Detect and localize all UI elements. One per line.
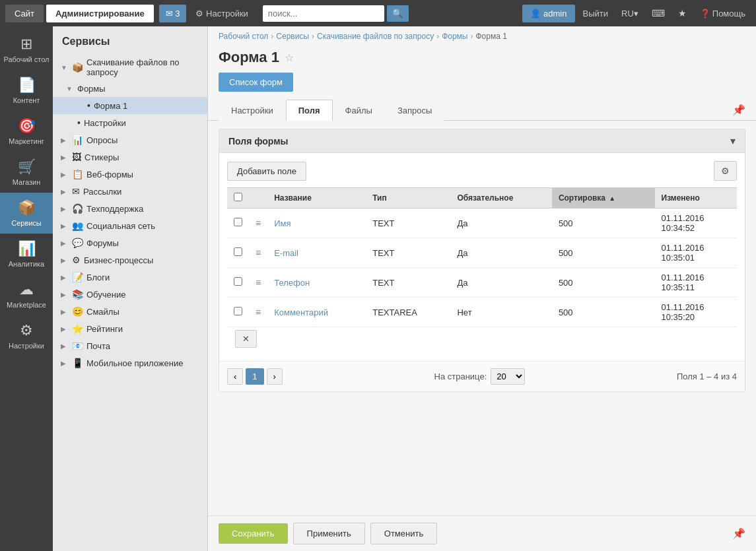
- col-header-sort[interactable]: Сортировка ▲: [552, 188, 655, 209]
- sidebar-item-content[interactable]: 📄 Контент: [0, 70, 53, 111]
- field-name-link[interactable]: E-mail: [274, 248, 298, 258]
- fields-table: Название Тип Обязательное Сортировка ▲ И…: [227, 187, 737, 327]
- apply-button[interactable]: Применить: [293, 523, 365, 544]
- user-menu-button[interactable]: 👤 admin: [522, 5, 574, 22]
- cancel-button[interactable]: Отменить: [370, 523, 437, 544]
- field-type: TEXT: [366, 268, 450, 298]
- tree-item-surveys[interactable]: ▶ 📊 Опросы: [53, 131, 207, 148]
- field-name-link[interactable]: Комментарий: [274, 308, 328, 317]
- breadcrumb-item[interactable]: Формы: [442, 32, 467, 41]
- logout-button[interactable]: Выйти: [578, 5, 614, 22]
- tree-item-label: Блоги: [86, 273, 202, 282]
- site-button[interactable]: Сайт: [5, 5, 44, 22]
- row-checkbox[interactable]: [234, 307, 242, 315]
- sidebar-item-marketing[interactable]: 🎯 Маркетинг: [0, 111, 53, 152]
- row-checkbox[interactable]: [234, 277, 242, 286]
- breadcrumb-separator: ›: [436, 32, 439, 41]
- tab-pin-icon[interactable]: 📌: [732, 104, 745, 116]
- form-icon: •: [87, 100, 90, 111]
- tree-item-download-files[interactable]: ▼ 📦 Скачивание файлов по запросу: [53, 54, 207, 81]
- per-page-select[interactable]: 20 50 100: [491, 368, 525, 385]
- sidebar-item-services[interactable]: 📦 Сервисы: [0, 193, 53, 234]
- sidebar-item-shop[interactable]: 🛒 Магазин: [0, 152, 53, 193]
- sidebar-item-dashboard[interactable]: ⊞ Рабочий стол: [0, 29, 53, 70]
- bottom-pin-icon[interactable]: 📌: [732, 527, 745, 540]
- tree-item-form-1[interactable]: • Форма 1: [53, 97, 207, 114]
- arrow-icon: ▶: [61, 360, 69, 367]
- tree-item-newsletters[interactable]: ▶ ✉ Рассылки: [53, 183, 207, 200]
- tree-item-label: Почта: [86, 341, 202, 351]
- pagination-page-1-button[interactable]: 1: [246, 368, 263, 385]
- breadcrumb-item[interactable]: Рабочий стол: [219, 32, 268, 41]
- tree-item-smileys[interactable]: ▶ 😊 Смайлы: [53, 303, 207, 320]
- list-forms-button[interactable]: Список форм: [219, 73, 293, 92]
- tree-item-settings[interactable]: • Настройки: [53, 114, 207, 131]
- tree-item-label: Стикеры: [85, 152, 202, 162]
- smileys-icon: 😊: [72, 306, 83, 317]
- sidebar-item-settings[interactable]: ⚙ Настройки: [0, 315, 53, 356]
- col-header-changed[interactable]: Изменено: [655, 188, 738, 209]
- tree-item-social[interactable]: ▶ 👥 Социальная сеть: [53, 217, 207, 234]
- messages-button[interactable]: ✉ 3: [159, 5, 187, 22]
- fields-section: Поля формы ▾ Добавить поле ⚙ На: [219, 129, 745, 392]
- pagination-next-button[interactable]: ›: [267, 368, 283, 385]
- tree-item-mail[interactable]: ▶ 📧 Почта: [53, 337, 207, 354]
- tree-item-mobile-app[interactable]: ▶ 📱 Мобильное приложение: [53, 354, 207, 372]
- field-type: TEXT: [366, 238, 450, 268]
- sort-arrow-icon: ▲: [609, 195, 615, 202]
- tab-settings[interactable]: Настройки: [219, 100, 286, 121]
- sidebar-item-label: Сервисы: [11, 219, 42, 227]
- keyboard-icon[interactable]: ⌨: [646, 4, 670, 22]
- col-header-type[interactable]: Тип: [366, 188, 450, 209]
- drag-handle-icon[interactable]: ≡: [256, 277, 261, 288]
- breadcrumb-item[interactable]: Скачивание файлов по запросу: [317, 32, 434, 41]
- breadcrumb: Рабочий стол › Сервисы › Скачивание файл…: [208, 26, 756, 46]
- tree-item-label: Опросы: [86, 135, 202, 145]
- field-name-link[interactable]: Телефон: [274, 278, 310, 288]
- drag-handle-icon[interactable]: ≡: [256, 218, 261, 228]
- section-toggle-icon[interactable]: ▾: [730, 135, 736, 147]
- tree-item-ratings[interactable]: ▶ ⭐ Рейтинги: [53, 320, 207, 337]
- tree-item-forms[interactable]: ▼ Формы: [53, 81, 207, 97]
- drag-handle-icon[interactable]: ≡: [256, 247, 261, 258]
- select-all-checkbox[interactable]: [234, 193, 242, 201]
- gear-button[interactable]: ⚙: [714, 161, 737, 181]
- tabs-row: Настройки Поля Файлы Запросы 📌: [208, 100, 756, 121]
- tree-item-support[interactable]: ▶ 🎧 Техподдержка: [53, 200, 207, 217]
- favorite-star-icon[interactable]: ☆: [285, 51, 294, 64]
- tree-item-stickers[interactable]: ▶ 🖼 Стикеры: [53, 148, 207, 166]
- tab-fields[interactable]: Поля: [286, 100, 333, 121]
- save-button[interactable]: Сохранить: [219, 523, 288, 544]
- tree-item-web-forms[interactable]: ▶ 📋 Веб-формы: [53, 166, 207, 183]
- admin-button[interactable]: Администрирование: [46, 5, 154, 22]
- surveys-icon: 📊: [72, 135, 83, 145]
- drag-handle-icon[interactable]: ≡: [256, 307, 261, 317]
- tab-files[interactable]: Файлы: [333, 100, 385, 121]
- sidebar-item-marketplace[interactable]: ☁ Marketplace: [0, 275, 53, 315]
- arrow-icon: ▶: [61, 222, 69, 230]
- col-header-required[interactable]: Обязательное: [450, 188, 551, 209]
- field-name-link[interactable]: Имя: [274, 218, 291, 228]
- field-required: Да: [450, 268, 551, 298]
- tree-item-blogs[interactable]: ▶ 📝 Блоги: [53, 269, 207, 286]
- search-button[interactable]: 🔍: [387, 5, 409, 22]
- row-checkbox[interactable]: [234, 218, 242, 226]
- breadcrumb-item[interactable]: Сервисы: [276, 32, 309, 41]
- tree-item-business[interactable]: ▶ ⚙ Бизнес-процессы: [53, 251, 207, 269]
- search-input[interactable]: [263, 5, 384, 22]
- pagination-prev-button[interactable]: ‹: [227, 368, 243, 385]
- language-button[interactable]: RU▾: [616, 5, 644, 22]
- arrow-icon: ▶: [61, 257, 69, 264]
- row-checkbox[interactable]: [234, 247, 242, 256]
- tree-item-forums[interactable]: ▶ 💬 Форумы: [53, 234, 207, 251]
- tree-item-learning[interactable]: ▶ 📚 Обучение: [53, 286, 207, 303]
- tab-requests[interactable]: Запросы: [385, 100, 444, 121]
- sidebar-item-analytics[interactable]: 📊 Аналитика: [0, 234, 53, 275]
- field-changed: 01.11.2016 10:35:01: [655, 238, 738, 268]
- add-field-button[interactable]: Добавить поле: [227, 162, 306, 181]
- settings-nav-button[interactable]: ⚙ Настройки: [189, 5, 254, 22]
- help-button[interactable]: ❓ Помощь: [695, 5, 751, 22]
- delete-button[interactable]: ✕: [235, 330, 257, 348]
- col-header-name[interactable]: Название: [267, 188, 366, 209]
- star-nav-icon[interactable]: ★: [673, 4, 692, 22]
